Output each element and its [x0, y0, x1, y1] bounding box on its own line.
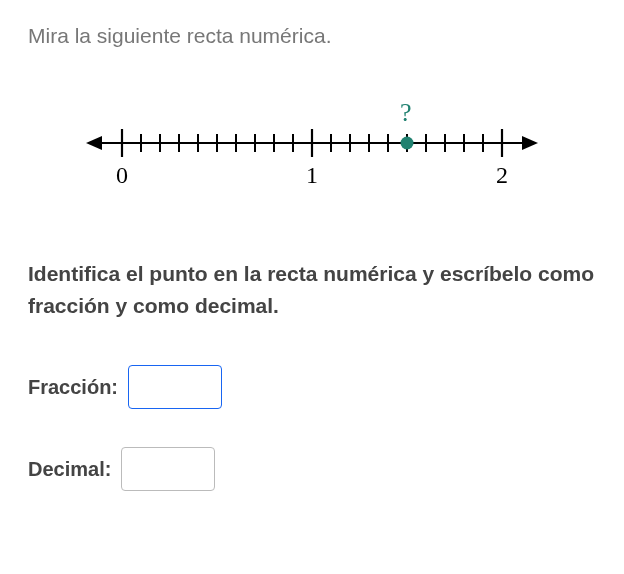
svg-text:1: 1 [306, 162, 318, 188]
svg-marker-1 [86, 136, 102, 150]
number-line: 012 ? [82, 88, 542, 208]
question-mark-label: ? [400, 98, 412, 128]
decimal-row: Decimal: [28, 447, 596, 491]
svg-point-27 [401, 137, 414, 150]
fraction-input[interactable] [128, 365, 222, 409]
svg-text:0: 0 [116, 162, 128, 188]
fraction-label: Fracción: [28, 376, 118, 399]
svg-marker-2 [522, 136, 538, 150]
decimal-label: Decimal: [28, 458, 111, 481]
fraction-row: Fracción: [28, 365, 596, 409]
svg-text:2: 2 [496, 162, 508, 188]
instructions-text: Identifica el punto en la recta numérica… [28, 258, 596, 321]
intro-text: Mira la siguiente recta numérica. [28, 24, 596, 48]
decimal-input[interactable] [121, 447, 215, 491]
number-line-container: 012 ? [28, 88, 596, 208]
